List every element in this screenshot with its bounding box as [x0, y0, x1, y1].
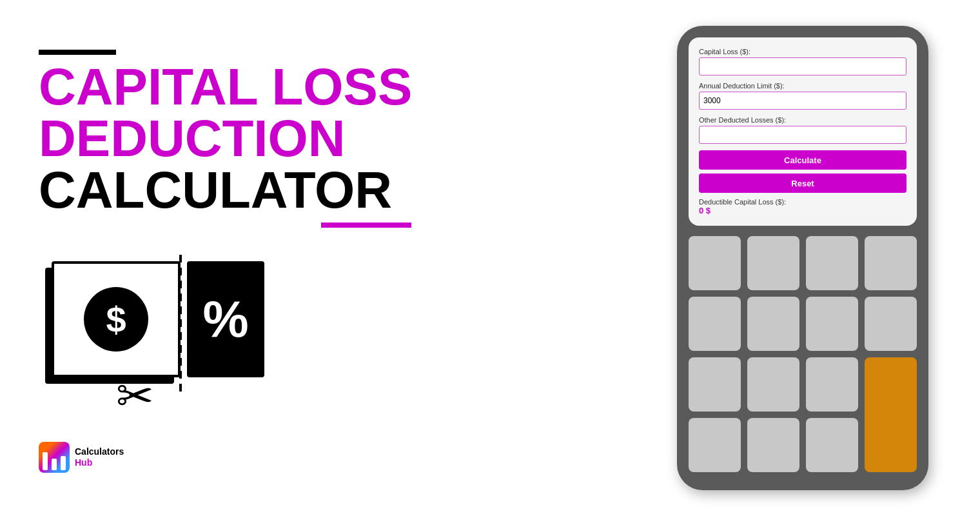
other-losses-group: Other Deducted Losses ($):	[699, 116, 906, 144]
capital-loss-input[interactable]	[699, 57, 906, 75]
result-value: 0 $	[699, 206, 906, 215]
logo-text: Calculators Hub	[75, 446, 124, 468]
key-4[interactable]	[865, 236, 917, 290]
logo-bar-2	[52, 459, 57, 470]
key-11[interactable]	[806, 357, 858, 412]
illustration-area: $ % ✂	[39, 255, 271, 435]
key-13[interactable]	[747, 418, 799, 472]
key-8[interactable]	[865, 297, 917, 351]
right-section: Capital Loss ($): Annual Deduction Limit…	[664, 26, 941, 490]
other-losses-input[interactable]	[699, 126, 906, 144]
annual-deduction-label: Annual Deduction Limit ($):	[699, 82, 906, 90]
money-icon: $ % ✂	[39, 255, 258, 422]
title-line1: CAPITAL LOSS	[39, 61, 426, 113]
calculator-body: Capital Loss ($): Annual Deduction Limit…	[677, 26, 928, 490]
other-losses-label: Other Deducted Losses ($):	[699, 116, 906, 124]
doc-front: $	[52, 261, 181, 377]
logo-name-line1: Calculators	[75, 446, 124, 457]
calculator-screen: Capital Loss ($): Annual Deduction Limit…	[689, 37, 917, 226]
percent-block-icon: %	[187, 261, 264, 377]
key-9[interactable]	[689, 357, 741, 412]
capital-loss-label: Capital Loss ($):	[699, 48, 906, 55]
key-10[interactable]	[747, 357, 799, 412]
key-3[interactable]	[806, 236, 858, 290]
decorative-bar-top	[39, 50, 116, 55]
percent-symbol: %	[202, 290, 248, 349]
key-5[interactable]	[689, 297, 741, 351]
key-7[interactable]	[806, 297, 858, 351]
title-line2: DEDUCTION	[39, 113, 426, 164]
logo-name-line2: Hub	[75, 457, 124, 468]
key-orange[interactable]	[865, 357, 917, 472]
key-12[interactable]	[689, 418, 741, 472]
annual-deduction-group: Annual Deduction Limit ($):	[699, 82, 906, 110]
key-14[interactable]	[806, 418, 858, 472]
annual-deduction-input[interactable]	[699, 92, 906, 110]
dollar-symbol: $	[106, 299, 126, 341]
key-1[interactable]	[689, 236, 741, 290]
title-line3: CALCULATOR	[39, 164, 392, 216]
cut-line-icon	[179, 255, 182, 397]
calculate-button[interactable]: Calculate	[699, 150, 906, 170]
capital-loss-group: Capital Loss ($):	[699, 48, 906, 75]
scissors-icon: ✂	[116, 370, 154, 422]
keypad	[689, 233, 917, 475]
key-6[interactable]	[747, 297, 799, 351]
key-2[interactable]	[747, 236, 799, 290]
logo: Calculators Hub	[39, 442, 426, 473]
logo-icon	[39, 442, 70, 473]
result-label: Deductible Capital Loss ($):	[699, 198, 906, 206]
logo-bar-1	[43, 452, 48, 470]
dollar-circle-icon: $	[84, 287, 148, 352]
logo-bar-3	[61, 456, 66, 470]
reset-button[interactable]: Reset	[699, 174, 906, 193]
left-section: CAPITAL LOSS DEDUCTION CALCULATOR $ % ✂	[39, 37, 426, 479]
